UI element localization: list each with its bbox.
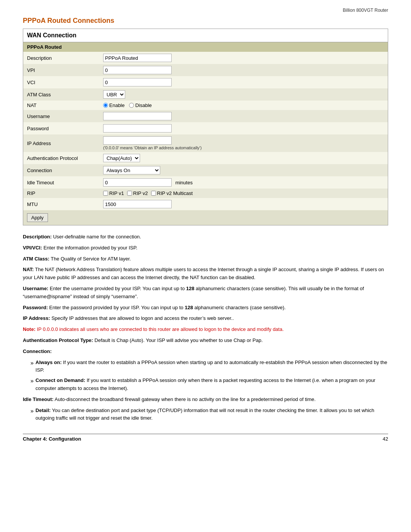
description-section: Description: User-definable name for the…	[23, 233, 388, 422]
desc-ip-bold: IP Address:	[23, 315, 50, 321]
apply-cell: Apply	[23, 210, 388, 225]
label-atm-class: ATM Class	[23, 88, 99, 101]
section-header: PPPoA Routed	[23, 42, 388, 52]
wan-connection-header: WAN Connection	[23, 29, 388, 42]
apply-button[interactable]: Apply	[27, 213, 48, 222]
value-connection: Always On Connect on Demand	[99, 164, 388, 176]
select-connection[interactable]: Always On Connect on Demand	[103, 166, 160, 174]
desc-password-128: 128	[185, 305, 193, 310]
select-auth-protocol[interactable]: Chap(Auto) PAP	[103, 154, 140, 162]
value-atm-class: UBR CBR VBR	[99, 88, 388, 101]
label-vci: VCI	[23, 76, 99, 88]
select-atm-class[interactable]: UBR CBR VBR	[103, 90, 125, 99]
desc-idle-bold: Idle Timeout:	[23, 396, 54, 402]
label-idle-timeout: Idle Timeout	[23, 176, 99, 189]
desc-nat-bold: NAT:	[23, 267, 34, 272]
table-row: Description	[23, 52, 388, 64]
bullet-detail: » Detail: You can define destination por…	[30, 407, 388, 423]
desc-connection-header: Connection:	[23, 348, 388, 356]
connection-bullets: » Always on: If you want the router to e…	[23, 359, 388, 393]
nat-radio-group: Enable Disable	[103, 102, 384, 108]
nat-enable-label[interactable]: Enable	[103, 102, 124, 108]
apply-row: Apply	[23, 210, 388, 225]
value-vpi	[99, 64, 388, 76]
bullet-sym-1: »	[30, 359, 33, 367]
desc-username-bold: Username:	[23, 286, 48, 291]
footer-chapter: Chapter 4: Configuration	[23, 436, 81, 442]
value-description	[99, 52, 388, 64]
bullet-alwayson: » Always on: If you want the router to e…	[30, 359, 388, 375]
table-row: Password	[23, 122, 388, 134]
desc-atm: ATM Class: The Quality of Service for AT…	[23, 255, 388, 263]
desc-vpivci: VPI/VCI: Enter the information provided …	[23, 244, 388, 252]
bullet-alwayson-bold: Always on:	[35, 359, 62, 365]
table-row: ATM Class UBR CBR VBR	[23, 88, 388, 101]
rip-v2-label[interactable]: RIP v2	[127, 190, 148, 196]
table-row: VCI	[23, 76, 388, 88]
table-row: IP Address ('0.0.0.0' means 'Obtain an I…	[23, 134, 388, 152]
rip-checkbox-group: RIP v1 RIP v2 RIP v2 Multicast	[103, 190, 384, 196]
rip-v1-label[interactable]: RIP v1	[103, 190, 124, 196]
desc-ip: IP Address: Specify IP addresses that ar…	[23, 315, 388, 323]
form-table: Description VPI VCI ATM Class UBR CBR	[23, 52, 388, 225]
page-title: PPPoA Routed Connections	[23, 17, 388, 25]
nat-enable-radio[interactable]	[103, 103, 108, 108]
nat-disable-label[interactable]: Disable	[129, 102, 151, 108]
label-password: Password	[23, 122, 99, 134]
rip-v2-multicast-label[interactable]: RIP v2 Multicast	[151, 190, 193, 196]
bullet-sym-2: »	[30, 377, 33, 385]
value-idle-timeout: minutes	[99, 176, 388, 189]
input-description[interactable]	[103, 54, 172, 62]
rip-v2-multicast-checkbox[interactable]	[151, 191, 156, 196]
desc-description-bold: Description:	[23, 234, 52, 240]
desc-password: Password: Enter the password provided by…	[23, 304, 388, 312]
value-ip-address: ('0.0.0.0' means 'Obtain an IP address a…	[99, 134, 388, 152]
value-username	[99, 110, 388, 122]
nat-disable-radio[interactable]	[129, 103, 134, 108]
bullet-connect-text: Connect on Demand: If you want to establ…	[35, 377, 388, 393]
value-rip: RIP v1 RIP v2 RIP v2 Multicast	[99, 189, 388, 198]
label-nat: NAT	[23, 101, 99, 110]
label-rip: RIP	[23, 189, 99, 198]
table-row: VPI	[23, 64, 388, 76]
table-row: MTU	[23, 198, 388, 210]
bullet-connect-bold: Connect on Demand:	[35, 377, 85, 383]
footer-bar: Chapter 4: Configuration 42	[23, 434, 388, 442]
bullet-alwayson-text: Always on: If you want the router to est…	[35, 359, 388, 375]
table-row: RIP RIP v1 RIP v2 RIP v2 Multicast	[23, 189, 388, 198]
desc-nat: NAT: The NAT (Network Address Translatio…	[23, 266, 388, 282]
bullet-connect: » Connect on Demand: If you want to esta…	[30, 377, 388, 393]
input-password[interactable]	[103, 124, 172, 133]
desc-note-bold: Note:	[23, 326, 35, 332]
label-description: Description	[23, 52, 99, 64]
input-vci[interactable]	[103, 78, 172, 86]
desc-auth-bold: Authentication Protocol Type:	[23, 337, 93, 343]
input-vpi[interactable]	[103, 66, 172, 74]
label-username: Username	[23, 110, 99, 122]
desc-username: Username: Enter the username provided by…	[23, 285, 388, 301]
footer-page: 42	[383, 436, 388, 442]
input-username[interactable]	[103, 112, 172, 120]
connection-row: Always On Connect on Demand	[103, 166, 384, 174]
input-ip-address[interactable]	[103, 136, 172, 145]
input-mtu[interactable]	[103, 200, 172, 208]
desc-username-128: 128	[186, 286, 194, 291]
bullet-sym-3: »	[30, 407, 33, 415]
desc-note: Note: IP 0.0.0.0 indicates all users who…	[23, 326, 388, 334]
value-nat: Enable Disable	[99, 101, 388, 110]
rip-v1-checkbox[interactable]	[103, 191, 108, 196]
minutes-label: minutes	[175, 180, 193, 185]
desc-auth: Authentication Protocol Type: Default is…	[23, 337, 388, 345]
input-idle-timeout[interactable]	[103, 178, 172, 187]
label-vpi: VPI	[23, 64, 99, 76]
desc-description: Description: User-definable name for the…	[23, 233, 388, 241]
table-row: Idle Timeout minutes	[23, 176, 388, 189]
label-ip-address: IP Address	[23, 134, 99, 152]
bullet-detail-text: Detail: You can define destination port …	[35, 407, 388, 423]
desc-idle: Idle Timeout: Auto-disconnect the broadb…	[23, 396, 388, 404]
table-row: Username	[23, 110, 388, 122]
rip-v2-checkbox[interactable]	[127, 191, 132, 196]
value-vci	[99, 76, 388, 88]
desc-vpivci-bold: VPI/VCI:	[23, 245, 42, 251]
desc-password-bold: Password:	[23, 305, 48, 310]
